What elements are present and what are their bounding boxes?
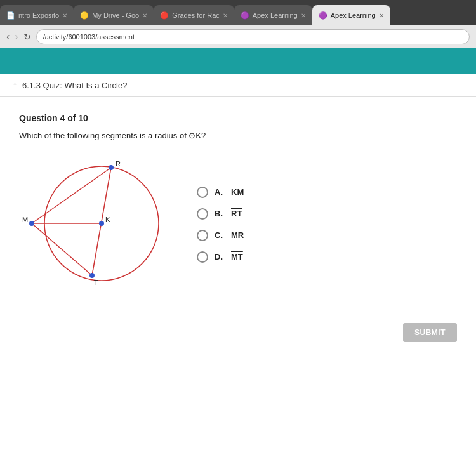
main-content: Question 4 of 10 Which of the following … [0,97,476,310]
submit-button[interactable]: SUBMIT [403,323,457,342]
svg-point-5 [109,165,114,170]
answer-option-c[interactable]: C. MR [197,230,244,241]
answer-label-d: D. [215,252,225,261]
question-number: Question 4 of 10 [19,113,457,123]
diagram-area: R K M T [19,155,171,294]
quiz-title: 6.1.3 Quiz: What Is a Circle? [22,81,127,90]
tab-close-drive[interactable]: ✕ [142,12,147,19]
tab-bar: 📄 ntro Exposito ✕ 🟡 My Drive - Goo ✕ 🔴 G… [0,0,476,25]
content-area: ↑ 6.1.3 Quiz: What Is a Circle? Question… [0,74,476,476]
question-body: R K M T [19,155,457,294]
browser-chrome: 📄 ntro Exposito ✕ 🟡 My Drive - Goo ✕ 🔴 G… [0,0,476,48]
svg-point-11 [89,273,95,278]
radio-b[interactable] [197,208,208,220]
svg-text:R: R [116,160,121,168]
tab-close-grades[interactable]: ✕ [223,12,228,19]
page-wrapper: 📄 ntro Exposito ✕ 🟡 My Drive - Goo ✕ 🔴 G… [0,0,476,476]
quiz-header-icon: ↑ [13,80,17,90]
radio-c[interactable] [197,230,208,241]
radio-d[interactable] [197,251,208,263]
answer-choices: A. KM B. RT C. MR [197,187,244,263]
answer-value-c: MR [231,230,244,240]
white-card: Question 4 of 10 Which of the following … [0,97,476,476]
tab-icon-apex2: 🟣 [319,11,327,20]
tab-close-apex1[interactable]: ✕ [301,12,306,19]
quiz-header: ↑ 6.1.3 Quiz: What Is a Circle? [0,74,476,97]
answer-option-a[interactable]: A. KM [197,187,244,198]
submit-area: SUBMIT [0,310,476,355]
address-bar: ‹ › ↻ [0,25,476,48]
answer-label-c: C. [215,230,225,240]
answer-value-a: KM [231,187,244,197]
answer-value-b: RT [231,209,242,218]
svg-line-1 [32,168,111,223]
tab-icon-drive: 🟡 [80,11,89,20]
svg-point-9 [29,221,34,226]
svg-text:M: M [22,216,28,223]
radio-a[interactable] [197,187,208,198]
back-button[interactable]: ‹ [6,31,10,43]
answer-option-b[interactable]: B. RT [197,208,244,220]
tab-my-drive[interactable]: 🟡 My Drive - Goo ✕ [74,5,154,25]
answer-label-a: A. [215,187,225,197]
question-text: Which of the following segments is a rad… [19,129,457,142]
tab-close-apex2[interactable]: ✕ [379,12,384,19]
apex-toolbar [0,48,476,74]
svg-point-7 [99,221,104,226]
tab-grades[interactable]: 🔴 Grades for Rac ✕ [154,5,234,25]
tab-icon-grades: 🔴 [160,11,169,20]
reload-button[interactable]: ↻ [23,32,31,42]
answer-value-d: MT [231,252,243,261]
answer-option-d[interactable]: D. MT [197,251,244,263]
svg-line-2 [32,223,92,275]
tab-apex1[interactable]: 🟣 Apex Learning ✕ [234,5,312,25]
svg-text:K: K [105,216,110,223]
tab-icon-apex1: 🟣 [241,11,249,20]
tab-icon-intro: 📄 [6,11,15,20]
forward-button[interactable]: › [15,31,18,43]
answer-label-b: B. [215,209,225,218]
svg-text:T: T [94,279,98,286]
tab-apex2[interactable]: 🟣 Apex Learning ✕ [312,5,390,25]
circle-diagram: R K M T [19,155,171,294]
tab-close-intro[interactable]: ✕ [62,12,67,19]
address-input[interactable] [36,29,470,44]
tab-intro[interactable]: 📄 ntro Exposito ✕ [0,5,74,25]
